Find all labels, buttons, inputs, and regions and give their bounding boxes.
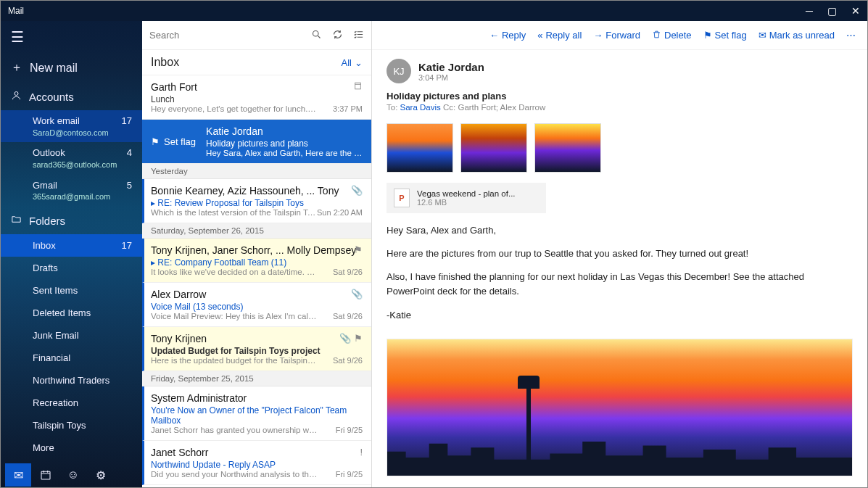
- message-item[interactable]: Garth Fort Lunch Hey everyone, Let's get…: [142, 75, 371, 120]
- set-flag-button[interactable]: ⚑Set flag: [703, 30, 747, 41]
- account-count: 5: [127, 179, 132, 192]
- svg-rect-3: [355, 83, 361, 89]
- svg-rect-1: [41, 472, 50, 480]
- folders-label: Folders: [29, 215, 65, 227]
- accounts-header[interactable]: Accounts: [1, 83, 142, 110]
- message-time: 3:37 PM: [333, 104, 363, 113]
- folder-name: Junk Email: [33, 330, 79, 341]
- group-header-saturday: Saturday, September 26, 2015: [142, 223, 371, 239]
- group-header-yesterday: Yesterday: [142, 164, 371, 179]
- message-from: Janet Schorr: [151, 447, 363, 458]
- folder-inbox[interactable]: Inbox17: [1, 234, 142, 257]
- flag-icon: ⚑: [151, 136, 160, 147]
- select-mode-icon[interactable]: [353, 29, 364, 42]
- forward-icon: →: [593, 30, 603, 41]
- body-signature: -Katie: [387, 308, 853, 323]
- more-actions-button[interactable]: ⋯: [846, 30, 856, 41]
- reply-all-button[interactable]: «Reply all: [537, 30, 582, 41]
- message-subject: ▸ RE: Company Football Team (11): [151, 257, 363, 268]
- message-preview: Did you send your Northwind analysis to …: [151, 470, 318, 479]
- filter-dropdown[interactable]: All ⌄: [342, 57, 363, 68]
- folder-recreation[interactable]: Recreation: [1, 392, 142, 414]
- search-icon[interactable]: [311, 29, 322, 42]
- message-subject: ▸ RE: Review Proposal for Tailspin Toys: [151, 198, 363, 208]
- body-paragraph: Also, I have finished the planning for o…: [387, 270, 853, 299]
- message-item[interactable]: 📎 Alex Darrow Voice Mail (13 seconds) Vo…: [142, 283, 371, 327]
- image-thumbnail[interactable]: [387, 123, 453, 173]
- folder-northwind-traders[interactable]: Northwind Traders: [1, 369, 142, 392]
- forward-button[interactable]: →Forward: [593, 30, 640, 41]
- message-item-selected[interactable]: ⚑ Set flag Katie Jordan Holiday pictures…: [142, 120, 371, 164]
- flag-icon[interactable]: ⚑: [354, 244, 363, 255]
- message-item[interactable]: ⚑ Tony Krijnen, Janer Schorr, ... Molly …: [142, 239, 371, 283]
- message-time: Fri 9/25: [336, 426, 363, 434]
- attachment-item[interactable]: P Vegas weekend - plan of... 12.6 MB: [387, 183, 546, 213]
- folder-deleted-items[interactable]: Deleted Items: [1, 302, 142, 324]
- email-subject: Holiday pictures and plans: [387, 91, 853, 102]
- delete-button[interactable]: Delete: [652, 30, 692, 41]
- account-work-email[interactable]: Work email17 SaraD@contoso.com: [1, 110, 142, 142]
- set-flag-action[interactable]: ⚑ Set flag: [151, 136, 196, 147]
- message-from: System Administrator: [151, 392, 363, 404]
- message-from: Katie Jordan: [206, 125, 363, 137]
- folder-name: Tailspin Toys: [33, 420, 86, 431]
- account-name: Work email: [33, 115, 80, 128]
- minimize-icon[interactable]: ─: [806, 5, 813, 17]
- message-item[interactable]: ! Janet Schorr Northwind Update - Reply …: [142, 441, 371, 485]
- new-mail-button[interactable]: ＋ New mail: [1, 53, 142, 83]
- search-input[interactable]: [149, 30, 311, 41]
- message-subject: Northwind Update - Reply ASAP: [151, 460, 363, 470]
- sync-icon[interactable]: [332, 29, 343, 42]
- reply-button[interactable]: ←Reply: [489, 30, 526, 41]
- attachment-icon: 📎: [351, 185, 363, 196]
- image-thumbnail[interactable]: [534, 123, 601, 173]
- message-subject: Voice Mail (13 seconds): [151, 302, 363, 312]
- message-item[interactable]: 📎 ⚑ Tony Krijnen Updated Budget for Tail…: [142, 327, 371, 371]
- mail-icon: ✉: [759, 30, 766, 41]
- settings-icon[interactable]: ⚙: [88, 463, 114, 487]
- message-list-pane: Inbox All ⌄ Garth Fort Lunch Hey everyon…: [142, 21, 372, 487]
- reading-pane: ←Reply «Reply all →Forward Delete ⚑Set f…: [372, 21, 867, 487]
- folder-financial[interactable]: Financial: [1, 347, 142, 369]
- to-recipient[interactable]: Sara Davis: [400, 103, 441, 112]
- message-from: Garth Fort: [151, 81, 363, 93]
- account-outlook[interactable]: Outlook4 sarad365@outlook.com: [1, 142, 142, 174]
- list-title: Inbox: [151, 56, 179, 69]
- folders-header[interactable]: Folders: [1, 207, 142, 234]
- titlebar: Mail ─ ▢ ✕: [1, 1, 867, 21]
- image-thumbnail[interactable]: [460, 123, 527, 173]
- mark-unread-button[interactable]: ✉Mark as unread: [759, 30, 835, 41]
- attachment-name: Vegas weekend - plan of...: [417, 189, 516, 198]
- message-from: Tony Krijnen: [151, 333, 363, 344]
- message-item[interactable]: 📎 Bonnie Kearney, Aziz Hassouneh, ... To…: [142, 179, 371, 223]
- hamburger-icon[interactable]: ☰: [1, 21, 142, 53]
- calendar-icon[interactable]: [33, 463, 59, 487]
- message-subject: Lunch: [151, 94, 363, 104]
- message-subject: Holiday pictures and plans: [206, 138, 363, 149]
- message-item[interactable]: System Administrator You're Now an Owner…: [142, 386, 371, 441]
- message-preview: Here is the updated budget for the Tails…: [151, 356, 318, 365]
- close-icon[interactable]: ✕: [851, 5, 860, 17]
- mail-icon[interactable]: ✉: [5, 463, 31, 487]
- folder-more[interactable]: More: [1, 437, 142, 459]
- account-gmail[interactable]: Gmail5 365sarad@gmail.com: [1, 175, 142, 207]
- maximize-icon[interactable]: ▢: [827, 5, 837, 17]
- folder-name: Northwind Traders: [33, 375, 109, 386]
- flag-attachment-icons[interactable]: 📎 ⚑: [339, 333, 363, 344]
- message-time: Sat 9/26: [333, 312, 363, 320]
- app-title: Mail: [8, 6, 24, 16]
- feedback-icon[interactable]: ☺: [60, 463, 86, 487]
- folder-sent-items[interactable]: Sent Items: [1, 279, 142, 302]
- folder-tailspin-toys[interactable]: Tailspin Toys: [1, 414, 142, 437]
- folder-drafts[interactable]: Drafts: [1, 257, 142, 279]
- plus-icon: ＋: [11, 60, 22, 75]
- account-email: 365sarad@gmail.com: [33, 191, 132, 202]
- accounts-label: Accounts: [29, 91, 74, 103]
- chevron-down-icon: ⌄: [355, 57, 363, 68]
- message-preview: Voice Mail Preview: Hey this is Alex I'm…: [151, 312, 318, 320]
- attachment-size: 12.6 MB: [417, 198, 516, 207]
- reply-icon: ←: [489, 30, 499, 41]
- account-count: 4: [127, 146, 132, 160]
- inline-image[interactable]: [387, 339, 853, 476]
- folder-junk-email[interactable]: Junk Email: [1, 324, 142, 347]
